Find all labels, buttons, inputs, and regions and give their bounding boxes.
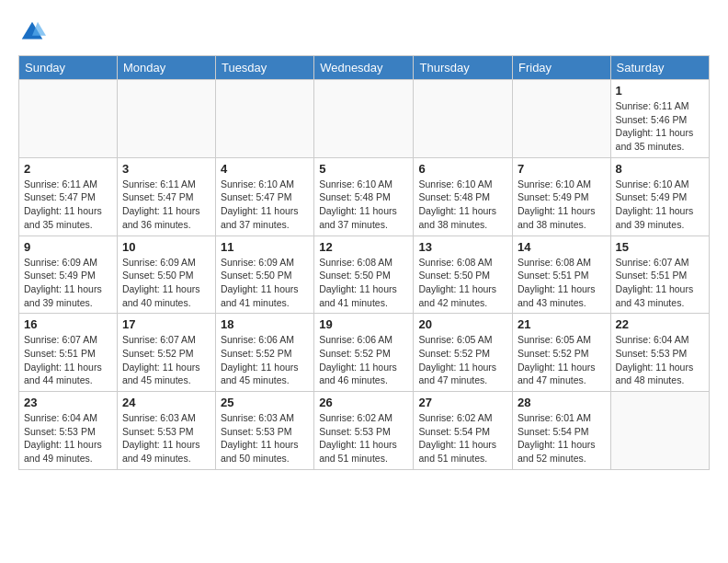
- day-number: 14: [518, 240, 606, 254]
- day-info: Sunrise: 6:11 AM Sunset: 5:46 PM Dayligh…: [616, 99, 704, 154]
- day-info: Sunrise: 6:10 AM Sunset: 5:48 PM Dayligh…: [319, 178, 408, 232]
- calendar-cell: 16Sunrise: 6:07 AM Sunset: 5:51 PM Dayli…: [19, 314, 118, 392]
- calendar-cell: 15Sunrise: 6:07 AM Sunset: 5:51 PM Dayli…: [610, 236, 709, 314]
- day-number: 13: [418, 240, 507, 254]
- day-info: Sunrise: 6:05 AM Sunset: 5:52 PM Dayligh…: [518, 333, 606, 387]
- day-info: Sunrise: 6:06 AM Sunset: 5:52 PM Dayligh…: [221, 333, 309, 387]
- calendar-week-2: 2Sunrise: 6:11 AM Sunset: 5:47 PM Daylig…: [19, 157, 710, 236]
- day-number: 2: [24, 162, 112, 176]
- calendar-cell: 21Sunrise: 6:05 AM Sunset: 5:52 PM Dayli…: [512, 314, 610, 392]
- day-info: Sunrise: 6:08 AM Sunset: 5:51 PM Dayligh…: [518, 256, 606, 310]
- calendar-cell: 26Sunrise: 6:02 AM Sunset: 5:53 PM Dayli…: [314, 392, 414, 470]
- calendar-cell: 19Sunrise: 6:06 AM Sunset: 5:52 PM Dayli…: [314, 314, 414, 392]
- calendar-cell: [117, 80, 215, 158]
- day-info: Sunrise: 6:09 AM Sunset: 5:50 PM Dayligh…: [122, 256, 210, 310]
- calendar-header-sunday: Sunday: [19, 56, 118, 80]
- calendar-header-monday: Monday: [117, 56, 215, 80]
- calendar-cell: 17Sunrise: 6:07 AM Sunset: 5:52 PM Dayli…: [117, 314, 215, 392]
- day-info: Sunrise: 6:03 AM Sunset: 5:53 PM Dayligh…: [122, 411, 210, 465]
- calendar-cell: 4Sunrise: 6:10 AM Sunset: 5:47 PM Daylig…: [215, 157, 313, 236]
- calendar-cell: 20Sunrise: 6:05 AM Sunset: 5:52 PM Dayli…: [414, 314, 513, 392]
- day-info: Sunrise: 6:04 AM Sunset: 5:53 PM Dayligh…: [24, 411, 112, 465]
- day-number: 16: [24, 317, 112, 331]
- calendar-header-row: SundayMondayTuesdayWednesdayThursdayFrid…: [19, 56, 710, 80]
- calendar-cell: [19, 80, 118, 158]
- day-info: Sunrise: 6:08 AM Sunset: 5:50 PM Dayligh…: [418, 256, 507, 310]
- calendar-header-wednesday: Wednesday: [314, 56, 414, 80]
- day-number: 1: [616, 84, 704, 98]
- day-info: Sunrise: 6:05 AM Sunset: 5:52 PM Dayligh…: [418, 333, 507, 387]
- day-number: 7: [518, 162, 606, 176]
- calendar-week-5: 23Sunrise: 6:04 AM Sunset: 5:53 PM Dayli…: [19, 392, 710, 470]
- day-info: Sunrise: 6:07 AM Sunset: 5:51 PM Dayligh…: [24, 333, 112, 387]
- day-info: Sunrise: 6:07 AM Sunset: 5:51 PM Dayligh…: [616, 256, 704, 310]
- day-number: 12: [319, 240, 408, 254]
- calendar-cell: 25Sunrise: 6:03 AM Sunset: 5:53 PM Dayli…: [215, 392, 313, 470]
- day-info: Sunrise: 6:04 AM Sunset: 5:53 PM Dayligh…: [616, 333, 704, 387]
- day-info: Sunrise: 6:10 AM Sunset: 5:48 PM Dayligh…: [418, 178, 507, 232]
- calendar: SundayMondayTuesdayWednesdayThursdayFrid…: [18, 55, 710, 470]
- logo: [18, 18, 50, 46]
- calendar-cell: 3Sunrise: 6:11 AM Sunset: 5:47 PM Daylig…: [117, 157, 215, 236]
- calendar-week-4: 16Sunrise: 6:07 AM Sunset: 5:51 PM Dayli…: [19, 314, 710, 392]
- calendar-cell: 5Sunrise: 6:10 AM Sunset: 5:48 PM Daylig…: [314, 157, 414, 236]
- calendar-header-saturday: Saturday: [610, 56, 709, 80]
- day-number: 6: [418, 162, 507, 176]
- calendar-cell: [215, 80, 313, 158]
- day-number: 22: [616, 317, 704, 331]
- day-number: 3: [122, 162, 210, 176]
- calendar-cell: 7Sunrise: 6:10 AM Sunset: 5:49 PM Daylig…: [512, 157, 610, 236]
- calendar-cell: 18Sunrise: 6:06 AM Sunset: 5:52 PM Dayli…: [215, 314, 313, 392]
- day-number: 5: [319, 162, 408, 176]
- day-number: 17: [122, 317, 210, 331]
- calendar-header-friday: Friday: [512, 56, 610, 80]
- day-info: Sunrise: 6:11 AM Sunset: 5:47 PM Dayligh…: [24, 178, 112, 232]
- calendar-cell: 13Sunrise: 6:08 AM Sunset: 5:50 PM Dayli…: [414, 236, 513, 314]
- day-number: 4: [221, 162, 309, 176]
- calendar-cell: 1Sunrise: 6:11 AM Sunset: 5:46 PM Daylig…: [610, 80, 709, 158]
- calendar-cell: 9Sunrise: 6:09 AM Sunset: 5:49 PM Daylig…: [19, 236, 118, 314]
- day-number: 24: [122, 396, 210, 409]
- day-number: 23: [24, 396, 112, 409]
- calendar-cell: [314, 80, 414, 158]
- day-number: 9: [24, 240, 112, 254]
- day-info: Sunrise: 6:11 AM Sunset: 5:47 PM Dayligh…: [122, 178, 210, 232]
- calendar-week-3: 9Sunrise: 6:09 AM Sunset: 5:49 PM Daylig…: [19, 236, 710, 314]
- day-number: 10: [122, 240, 210, 254]
- calendar-cell: 22Sunrise: 6:04 AM Sunset: 5:53 PM Dayli…: [610, 314, 709, 392]
- calendar-cell: 27Sunrise: 6:02 AM Sunset: 5:54 PM Dayli…: [414, 392, 513, 470]
- logo-icon: [18, 18, 46, 46]
- day-number: 27: [418, 396, 507, 409]
- day-number: 11: [221, 240, 309, 254]
- calendar-cell: [610, 392, 709, 470]
- calendar-header-tuesday: Tuesday: [215, 56, 313, 80]
- calendar-cell: 12Sunrise: 6:08 AM Sunset: 5:50 PM Dayli…: [314, 236, 414, 314]
- day-info: Sunrise: 6:01 AM Sunset: 5:54 PM Dayligh…: [518, 411, 606, 465]
- day-info: Sunrise: 6:03 AM Sunset: 5:53 PM Dayligh…: [221, 411, 309, 465]
- day-number: 18: [221, 317, 309, 331]
- calendar-cell: 14Sunrise: 6:08 AM Sunset: 5:51 PM Dayli…: [512, 236, 610, 314]
- day-number: 19: [319, 317, 408, 331]
- day-number: 26: [319, 396, 408, 409]
- calendar-body: 1Sunrise: 6:11 AM Sunset: 5:46 PM Daylig…: [19, 80, 710, 470]
- day-info: Sunrise: 6:10 AM Sunset: 5:49 PM Dayligh…: [616, 178, 704, 232]
- day-number: 15: [616, 240, 704, 254]
- day-info: Sunrise: 6:06 AM Sunset: 5:52 PM Dayligh…: [319, 333, 408, 387]
- calendar-cell: 10Sunrise: 6:09 AM Sunset: 5:50 PM Dayli…: [117, 236, 215, 314]
- day-info: Sunrise: 6:10 AM Sunset: 5:49 PM Dayligh…: [518, 178, 606, 232]
- calendar-cell: 28Sunrise: 6:01 AM Sunset: 5:54 PM Dayli…: [512, 392, 610, 470]
- calendar-cell: 24Sunrise: 6:03 AM Sunset: 5:53 PM Dayli…: [117, 392, 215, 470]
- calendar-cell: 23Sunrise: 6:04 AM Sunset: 5:53 PM Dayli…: [19, 392, 118, 470]
- day-number: 28: [518, 396, 606, 409]
- day-info: Sunrise: 6:02 AM Sunset: 5:53 PM Dayligh…: [319, 411, 408, 465]
- day-number: 25: [221, 396, 309, 409]
- day-number: 8: [616, 162, 704, 176]
- calendar-header-thursday: Thursday: [414, 56, 513, 80]
- calendar-cell: 2Sunrise: 6:11 AM Sunset: 5:47 PM Daylig…: [19, 157, 118, 236]
- calendar-cell: [414, 80, 513, 158]
- calendar-cell: 11Sunrise: 6:09 AM Sunset: 5:50 PM Dayli…: [215, 236, 313, 314]
- day-info: Sunrise: 6:02 AM Sunset: 5:54 PM Dayligh…: [418, 411, 507, 465]
- calendar-week-1: 1Sunrise: 6:11 AM Sunset: 5:46 PM Daylig…: [19, 80, 710, 158]
- day-info: Sunrise: 6:07 AM Sunset: 5:52 PM Dayligh…: [122, 333, 210, 387]
- day-info: Sunrise: 6:10 AM Sunset: 5:47 PM Dayligh…: [221, 178, 309, 232]
